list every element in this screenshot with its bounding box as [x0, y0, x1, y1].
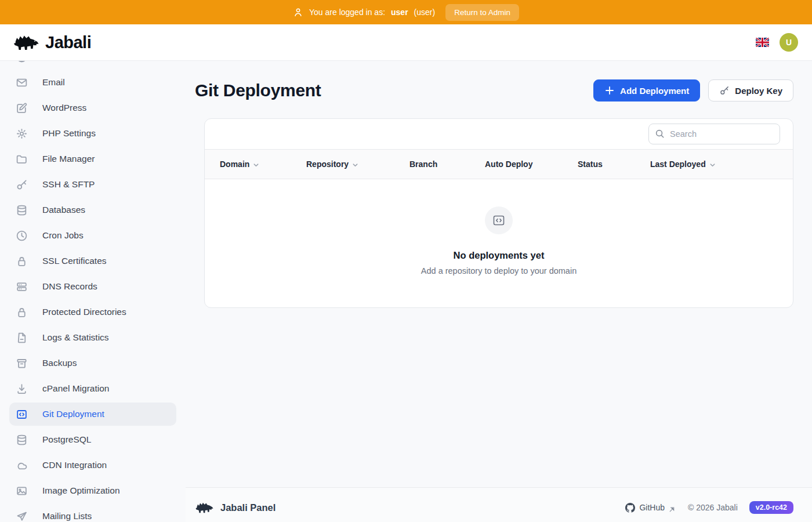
person-icon [293, 7, 303, 17]
logged-in-role: (user) [414, 8, 436, 17]
github-label: GitHub [639, 503, 665, 512]
boar-logo-icon [13, 31, 41, 53]
chevron-down-icon [352, 162, 358, 168]
key-icon [16, 179, 28, 191]
chevron-down-icon [709, 162, 716, 168]
github-link[interactable]: GitHub [625, 503, 675, 513]
sidebar-item-ssh-sftp[interactable]: SSH & SFTP [9, 173, 176, 196]
search-box [648, 124, 780, 144]
table-header-row: DomainRepositoryBranchAuto DeployStatusL… [205, 149, 793, 179]
sidebar-item-label: Image Optimization [42, 485, 120, 496]
copyright-text: © 2026 Jabali [688, 503, 738, 512]
sidebar-item-dns-records[interactable]: DNS Records [9, 275, 176, 298]
code-icon [16, 408, 28, 420]
version-badge: v2.0-rc42 [749, 501, 793, 514]
app-header: Jabali U [0, 24, 812, 61]
column-header-status: Status [578, 160, 650, 169]
sidebar-item-label: Backups [42, 358, 77, 368]
search-input[interactable] [648, 124, 780, 144]
user-avatar[interactable]: U [780, 33, 798, 52]
lock-icon [16, 255, 28, 267]
document-icon [16, 332, 28, 344]
globe-icon [16, 61, 28, 63]
sidebar-item-label: CDN Integration [42, 460, 107, 470]
send-icon [16, 510, 28, 522]
folder-icon [16, 153, 28, 165]
column-header-auto-deploy: Auto Deploy [485, 160, 578, 169]
sidebar-item-label: WordPress [42, 103, 86, 113]
sidebar-item-label: Databases [42, 205, 85, 215]
clock-icon [16, 230, 28, 242]
uk-flag-icon[interactable] [756, 38, 769, 47]
sidebar-item-php-settings[interactable]: PHP Settings [9, 122, 176, 145]
sidebar-nav: EmailWordPressPHP SettingsFile ManagerSS… [0, 61, 186, 522]
sidebar-item-label: Email [42, 77, 65, 88]
sidebar-item-image-optimization[interactable]: Image Optimization [9, 479, 176, 502]
empty-state: No deployments yet Add a repository to d… [205, 179, 793, 307]
brand-logo[interactable]: Jabali [13, 31, 91, 53]
footer-brand: Jabali Panel [195, 500, 276, 515]
chevron-down-icon [253, 162, 259, 168]
sidebar-item-cpanel-migration[interactable]: cPanel Migration [9, 377, 176, 400]
brand-name: Jabali [45, 33, 91, 52]
page-title: Git Deployment [195, 81, 321, 100]
logged-in-username: user [391, 8, 408, 17]
code-icon [485, 206, 513, 234]
main-content: Git Deployment Add Deployment Deploy Key [186, 61, 812, 522]
mail-icon [16, 77, 28, 89]
sidebar-item-label: Git Deployment [42, 409, 104, 419]
sidebar-item-label: cPanel Migration [42, 383, 109, 394]
sidebar-item-wordpress[interactable]: WordPress [9, 96, 176, 119]
sidebar-item-cdn-integration[interactable]: CDN Integration [9, 454, 176, 477]
edit-icon [16, 102, 28, 114]
sidebar-item-backups[interactable]: Backups [9, 351, 176, 375]
return-to-admin-button[interactable]: Return to Admin [445, 4, 519, 21]
sidebar-item-label: Protected Directories [42, 307, 126, 317]
impersonation-banner: You are logged in as: user (user) Return… [0, 0, 812, 24]
impersonation-message: You are logged in as: user (user) [293, 7, 435, 17]
sidebar-item-postgresql[interactable]: PostgreSQL [9, 428, 176, 451]
logged-in-text: You are logged in as: [309, 8, 385, 17]
column-header-repository[interactable]: Repository [306, 160, 409, 169]
sidebar-item-protected-directories[interactable]: Protected Directories [9, 300, 176, 324]
server-icon [16, 281, 28, 293]
image-icon [16, 485, 28, 497]
plus-icon [604, 85, 615, 96]
github-icon [625, 503, 635, 513]
sidebar-item-label: SSL Certificates [42, 256, 107, 266]
sidebar-item-label: DNS Records [42, 281, 97, 292]
column-header-last-deployed[interactable]: Last Deployed [650, 160, 793, 169]
sidebar-item-label: PHP Settings [42, 128, 96, 139]
download-icon [16, 383, 28, 395]
lock-icon [16, 306, 28, 318]
sidebar-item-label: File Manager [42, 154, 95, 164]
sidebar-item-email[interactable]: Email [9, 71, 176, 94]
sidebar-item-databases[interactable]: Databases [9, 198, 176, 222]
sidebar-item-logs-statistics[interactable]: Logs & Statistics [9, 326, 176, 349]
cloud-icon [16, 459, 28, 472]
sidebar-item-cron-jobs[interactable]: Cron Jobs [9, 224, 176, 247]
column-header-domain[interactable]: Domain [205, 160, 306, 169]
deployments-card: DomainRepositoryBranchAuto DeployStatusL… [204, 118, 793, 308]
search-icon [655, 129, 665, 139]
sidebar-item-label: Mailing Lists [42, 511, 92, 521]
database-icon [16, 434, 28, 446]
sidebar-item-label: SSH & SFTP [42, 179, 95, 190]
empty-state-subtitle: Add a repository to deploy to your domai… [421, 266, 577, 276]
column-header-branch: Branch [409, 160, 485, 169]
footer-brand-name: Jabali Panel [220, 502, 276, 513]
sidebar-item-ssl-certificates[interactable]: SSL Certificates [9, 249, 176, 273]
archive-icon [16, 357, 28, 369]
deploy-key-button[interactable]: Deploy Key [708, 79, 793, 102]
sidebar-item-label: Cron Jobs [42, 230, 84, 241]
key-icon [719, 85, 730, 96]
external-link-icon [669, 505, 675, 511]
footer: Jabali Panel GitHub © 2026 Jabali v2.0-r… [186, 487, 812, 522]
sidebar-item-git-deployment[interactable]: Git Deployment [9, 403, 176, 426]
sidebar-item-file-manager[interactable]: File Manager [9, 147, 176, 171]
sidebar-item-domains[interactable] [9, 61, 176, 68]
add-deployment-button[interactable]: Add Deployment [593, 79, 700, 102]
sidebar-item-mailing-lists[interactable]: Mailing Lists [9, 505, 176, 522]
sidebar-item-label: PostgreSQL [42, 434, 91, 445]
database-icon [16, 204, 28, 216]
